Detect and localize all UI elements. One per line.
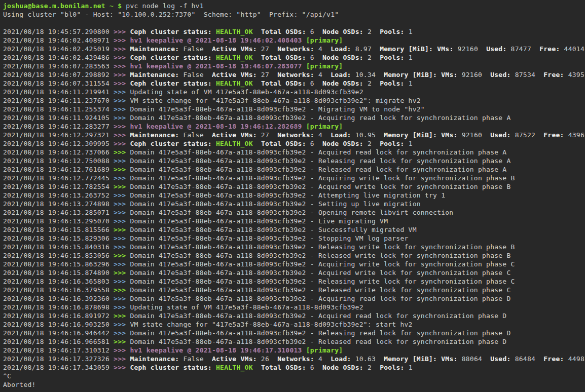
log-segment: 2 xyxy=(363,364,380,371)
log-segment: Domain 417e5a3f-88eb-467a-a118-8d093cfb3… xyxy=(130,286,510,294)
log-segment: [primary] xyxy=(306,123,343,130)
log-line: 2021/08/18 19:46:15.829306 >>> Domain 41… xyxy=(3,234,585,243)
log-level-marker-status: >>> xyxy=(114,355,130,363)
log-timestamp: 2021/08/18 19:46:15.874890 xyxy=(3,269,114,277)
log-timestamp: 2021/08/18 19:46:12.772445 xyxy=(3,174,114,182)
log-timestamp: 2021/08/18 19:46:13.274898 xyxy=(3,200,114,208)
log-segment: Updating state of VM 417e5a3f-88eb-467a-… xyxy=(130,303,363,311)
log-segment xyxy=(253,140,261,147)
log-segment: Memory [MiB]: xyxy=(380,45,433,53)
log-segment: Maintenance: xyxy=(130,45,179,53)
log-level-marker-info: >>> xyxy=(114,105,130,113)
log-level-marker-info: >>> xyxy=(114,174,130,182)
log-segment: 6 xyxy=(306,80,322,87)
log-segment: VMs: xyxy=(441,71,457,79)
log-segment: Domain 417e5a3f-88eb-467a-a118-8d093cfb3… xyxy=(130,148,506,156)
log-level-marker-info: >>> xyxy=(114,191,130,199)
log-segment: Active VMs: xyxy=(212,355,257,363)
log-segment: Domain 417e5a3f-88eb-467a-a118-8d093cfb3… xyxy=(130,338,506,345)
log-segment: Pools: xyxy=(380,140,404,147)
log-line: 2021/08/18 19:46:16.878698 >>> Updating … xyxy=(3,303,585,311)
log-segment: Domain 417e5a3f-88eb-467a-a118-8d093cfb3… xyxy=(130,243,515,251)
log-timestamp: 2021/08/18 19:46:15.815566 xyxy=(3,226,114,233)
log-level-marker-status: >>> xyxy=(114,131,130,139)
log-level-marker-status: >>> xyxy=(114,62,130,70)
log-timestamp: 2021/08/18 19:46:07.283563 xyxy=(3,62,114,70)
log-segment: 44987 xyxy=(564,355,585,363)
log-segment: 6 xyxy=(306,364,322,371)
log-segment: 8.97 xyxy=(351,45,380,53)
log-line: 2021/08/18 19:46:12.761689 >>> Domain 41… xyxy=(3,165,585,174)
log-segment: 44014 xyxy=(560,45,584,53)
log-segment: 88064 xyxy=(458,355,491,363)
log-segment: [primary] xyxy=(306,36,343,44)
log-segment: HEALTH_OK xyxy=(216,28,253,35)
prompt-command: pvc node log -f hv1 xyxy=(122,2,204,10)
log-segment: Load: xyxy=(331,45,351,53)
log-line: 2021/08/18 19:46:15.815566 >>> Domain 41… xyxy=(3,225,585,234)
log-segment: Total OSDs: xyxy=(261,80,306,87)
log-level-marker-status: >>> xyxy=(114,364,130,371)
log-timestamp: 2021/08/18 19:46:02.439486 xyxy=(3,54,114,61)
log-segment: Memory [MiB]: xyxy=(384,131,437,139)
log-line: 2021/08/18 19:46:11.237670 >>> VM state … xyxy=(3,96,585,105)
prompt-user-host: joshua@base.m.bonilan.net xyxy=(3,2,105,10)
log-level-marker-status: >>> xyxy=(114,45,130,53)
log-segment: 4 xyxy=(314,355,331,363)
log-segment: VMs: xyxy=(441,131,457,139)
log-segment: 10.34 xyxy=(351,71,384,79)
log-segment: [primary] xyxy=(306,346,343,354)
log-level-marker-info: >>> xyxy=(114,321,130,328)
log-segment: Domain 417e5a3f-88eb-467a-a118-8d093cfb3… xyxy=(130,278,515,285)
log-segment: Networks: xyxy=(277,45,314,53)
log-timestamp: 2021/08/18 19:46:11.237670 xyxy=(3,97,114,104)
log-segment: hv1 keepalive @ 2021-08-18 19:46:12.2826… xyxy=(130,123,302,130)
log-segment: 87534 xyxy=(511,71,544,79)
log-segment: Maintenance: xyxy=(130,71,179,79)
log-segment: 87522 xyxy=(511,131,544,139)
log-line: 2021/08/18 19:46:15.874890 >>> Domain 41… xyxy=(3,268,585,277)
log-segment: 10.95 xyxy=(351,131,384,139)
log-level-marker-info: >>> xyxy=(114,303,130,311)
log-segment: Maintenance: xyxy=(130,131,179,139)
log-segment: Ceph cluster status: xyxy=(130,364,212,371)
log-segment: 92160 xyxy=(458,71,491,79)
log-segment: 4 xyxy=(314,131,331,139)
log-timestamp: 2021/08/18 19:46:12.761689 xyxy=(3,166,114,173)
terminal-window: joshua@base.m.bonilan.net ~ $ pvc node l… xyxy=(0,0,585,389)
log-segment: VMs: xyxy=(437,45,453,53)
log-timestamp: 2021/08/18 19:46:07.311554 xyxy=(3,80,114,87)
log-segment: HEALTH_OK xyxy=(216,364,253,371)
log-segment: 27 xyxy=(257,71,277,79)
log-segment: Pools: xyxy=(380,28,404,35)
log-level-marker-ok: >>> xyxy=(114,183,130,190)
log-level-marker-ok: >>> xyxy=(114,269,130,277)
log-level-marker-info: >>> xyxy=(114,278,130,285)
log-segment: Domain 417e5a3f-88eb-467a-a118-8d093cfb3… xyxy=(130,166,506,173)
log-segment: Ceph cluster status: xyxy=(130,54,212,61)
log-timestamp: 2021/08/18 19:46:16.878698 xyxy=(3,303,114,311)
log-line: 2021/08/18 19:46:12.737066 >>> Domain 41… xyxy=(3,148,585,156)
log-segment: Free: xyxy=(539,45,560,53)
log-level-marker-info: >>> xyxy=(114,88,130,96)
log-segment: Load: xyxy=(331,355,351,363)
log-timestamp: 2021/08/18 19:46:02.408971 xyxy=(3,36,114,44)
log-timestamp: 2021/08/18 19:46:13.285071 xyxy=(3,209,114,216)
log-segment: Active VMs: xyxy=(212,45,257,53)
log-segment: Domain 417e5a3f-88eb-467a-a118-8d093cfb3… xyxy=(130,105,425,113)
log-segment: Ceph cluster status: xyxy=(130,28,212,35)
log-timestamp: 2021/08/18 19:46:13.295070 xyxy=(3,217,114,225)
log-level-marker-ok: >>> xyxy=(114,286,130,294)
log-line: 2021/08/18 19:46:15.840316 >>> Domain 41… xyxy=(3,243,585,251)
log-segment: Node OSDs: xyxy=(322,28,363,35)
log-timestamp: 2021/08/18 19:46:12.283277 xyxy=(3,123,114,130)
log-line: 2021/08/18 19:46:12.309995 >>> Ceph clus… xyxy=(3,139,585,148)
log-level-marker-ok: >>> xyxy=(114,148,130,156)
log-segment: 1 xyxy=(405,140,413,147)
log-level-marker-status: >>> xyxy=(114,36,130,44)
log-level-marker-info: >>> xyxy=(114,243,130,251)
log-segment: 87477 xyxy=(507,45,540,53)
log-segment: Ceph cluster status: xyxy=(130,80,212,87)
log-segment xyxy=(302,346,306,354)
log-line: 2021/08/18 19:46:12.283277 >>> hv1 keepa… xyxy=(3,122,585,131)
